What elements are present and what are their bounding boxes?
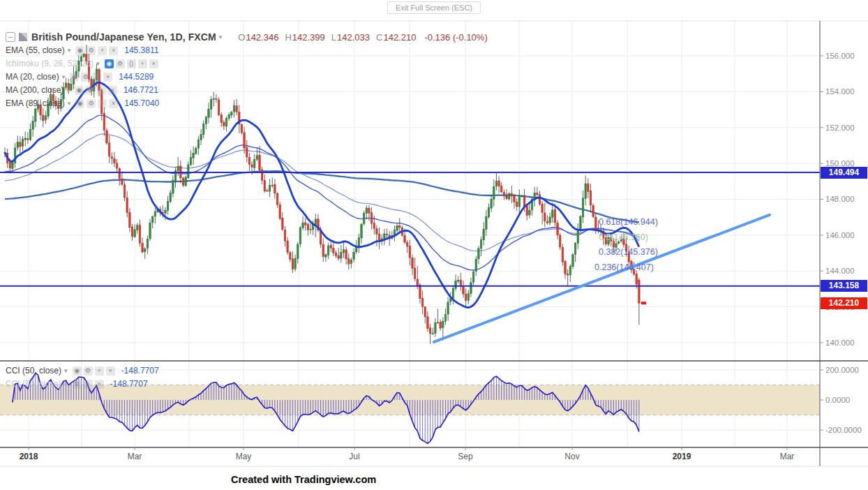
indicator-value: -148.7707 <box>121 366 159 376</box>
indicator-value: -148.7707 <box>110 379 148 389</box>
symbol-logo-icon <box>19 33 27 41</box>
indicator-label[interactable]: CCI (50, close) <box>6 379 61 389</box>
open-value: 142.346 <box>246 32 278 43</box>
eye-icon[interactable]: ◉ <box>73 366 82 376</box>
price-tick-label: 154.000 <box>825 87 855 96</box>
close-icon[interactable]: × <box>109 99 118 108</box>
tradingview-chart-page: { "toolbar": { "exit_fullscreen_label": … <box>0 0 868 490</box>
indicator-row: EMA (89, close)▾◉⚙+×145.7040 <box>6 97 488 110</box>
exit-fullscreen-button[interactable]: Exit Full Screen (ESC) <box>387 1 481 14</box>
indicator-row: Ichimoku (9, 26, 52, 26)▾◉⚙()+× <box>6 57 488 70</box>
ema55-line <box>5 115 639 270</box>
close-icon[interactable]: × <box>109 46 118 55</box>
gear-icon[interactable]: ⚙ <box>87 46 96 55</box>
time-tick-label: Nov <box>564 452 579 461</box>
plus-icon[interactable]: + <box>138 59 147 68</box>
low-label: L <box>331 32 336 43</box>
plus-icon[interactable]: + <box>95 366 104 376</box>
indicator-label[interactable]: EMA (89, close) <box>6 98 65 108</box>
plus-icon[interactable]: + <box>84 380 93 389</box>
eye-icon[interactable]: ◉ <box>105 59 114 68</box>
cci-legend-panel: CCI (50, close)▾◉⚙+×-148.7707CCI (50, cl… <box>6 364 159 390</box>
gear-icon[interactable]: ⚙ <box>87 99 96 108</box>
gear-icon[interactable]: ⚙ <box>81 73 90 82</box>
indicator-label[interactable]: MA (20, close) <box>6 72 59 82</box>
fib-level-label: 0.236(144.407) <box>594 262 654 272</box>
gear-icon[interactable]: ⚙ <box>73 380 82 389</box>
high-label: H <box>285 32 291 43</box>
resistance-price-label: 149.494 <box>821 167 867 179</box>
chevron-down-icon[interactable]: ▾ <box>62 73 66 80</box>
eye-icon[interactable]: ◉ <box>75 46 84 55</box>
symbol-title[interactable]: British Pound/Japanese Yen, 1D, FXCM <box>31 31 216 43</box>
time-tick-label: Mar <box>128 452 142 461</box>
high-value: 142.399 <box>292 32 325 43</box>
indicator-row: MA (20, close)▾◉⚙+×144.5289 <box>6 70 488 83</box>
time-tick-label: Jul <box>349 452 359 461</box>
change-value: -0.136 (-0.10%) <box>424 32 487 43</box>
braces-icon[interactable]: () <box>127 59 136 68</box>
gear-icon[interactable]: ⚙ <box>86 86 95 95</box>
price-tick-label: 144.000 <box>825 267 855 275</box>
close-icon[interactable]: × <box>95 380 104 389</box>
gear-icon[interactable]: ⚙ <box>116 59 125 68</box>
chevron-down-icon[interactable]: ▾ <box>68 100 71 107</box>
indicator-row: CCI (50, close)▾◉⚙+×-148.7707 <box>6 364 159 377</box>
plus-icon[interactable]: + <box>98 46 107 55</box>
chevron-down-icon[interactable]: ▾ <box>64 380 68 387</box>
close-icon[interactable]: × <box>108 86 117 95</box>
close-icon[interactable]: × <box>106 366 115 376</box>
chevron-down-icon[interactable]: ▾ <box>66 87 70 94</box>
overlay-lines <box>5 115 639 270</box>
indicator-row: EMA (55, close)▾◉⚙+×145.3811 <box>6 44 488 57</box>
time-tick-label: 2019 <box>673 452 691 461</box>
price-tick-label: 146.000 <box>825 231 855 239</box>
close-label: C <box>376 32 382 43</box>
last-price-tick <box>641 302 646 304</box>
time-tick-label: Sep <box>458 452 472 461</box>
chevron-down-icon[interactable]: ▾ <box>219 34 223 40</box>
cci-tick-label: -200.0000 <box>825 426 862 434</box>
price-tick-label: 152.000 <box>825 124 855 132</box>
indicator-row: CCI (50, close)▾⚙+×-148.7707 <box>6 378 159 390</box>
cci-tick-label: 200.0000 <box>825 366 859 374</box>
eye-icon[interactable]: ◉ <box>75 99 84 108</box>
plus-icon[interactable]: + <box>98 99 107 108</box>
close-icon[interactable]: × <box>103 73 112 82</box>
plus-icon[interactable]: + <box>97 86 106 95</box>
price-tick-label: 140.000 <box>825 339 855 347</box>
support-price-label: 143.158 <box>821 280 867 292</box>
cci-tick-label: 0.0000 <box>825 396 850 404</box>
indicator-label[interactable]: CCI (50, close) <box>6 366 61 376</box>
symbol-title-row: – British Pound/Japanese Yen, 1D, FXCM ▾… <box>6 31 488 43</box>
chevron-down-icon[interactable]: ▾ <box>96 60 100 67</box>
indicator-label[interactable]: MA (200, close) <box>6 85 63 95</box>
collapse-pane-icon[interactable]: – <box>6 32 15 42</box>
eye-icon[interactable]: ◉ <box>70 73 79 82</box>
ohlc-readout: O142.346 H142.399 L142.033 C142.210 -0.1… <box>232 32 487 43</box>
legend-panel: – British Pound/Japanese Yen, 1D, FXCM ▾… <box>6 31 488 110</box>
indicator-row: MA (200, close)▾◉⚙+×146.7721 <box>6 84 488 96</box>
fib-level-label: 0.382(145.376) <box>599 247 658 257</box>
fib-level-label: 0.5(146.160) <box>599 232 648 242</box>
price-tick-label: 148.000 <box>825 195 855 203</box>
low-value: 142.033 <box>337 32 370 43</box>
time-tick-label: May <box>236 452 252 461</box>
time-tick-label: 2018 <box>20 452 38 461</box>
indicator-label[interactable]: Ichimoku (9, 26, 52, 26) <box>6 59 93 68</box>
indicator-value: 145.7040 <box>124 98 159 108</box>
chevron-down-icon[interactable]: ▾ <box>64 367 68 374</box>
gear-icon[interactable]: ⚙ <box>84 366 93 376</box>
plus-icon[interactable]: + <box>92 73 101 82</box>
indicator-label[interactable]: EMA (55, close) <box>6 45 65 55</box>
last-price-label: 142.210 <box>821 297 867 309</box>
credit-text: Created with Tradingview.com <box>231 474 376 485</box>
eye-icon[interactable]: ◉ <box>75 86 84 95</box>
close-icon[interactable]: × <box>149 59 158 68</box>
indicator-value: 144.5289 <box>119 72 154 82</box>
chevron-down-icon[interactable]: ▾ <box>68 47 71 54</box>
indicator-value: 145.3811 <box>124 45 158 55</box>
indicator-value: 146.7721 <box>124 85 158 95</box>
time-tick-label: Mar <box>780 452 795 461</box>
fib-level-label: 0.618(146.944) <box>599 217 658 227</box>
